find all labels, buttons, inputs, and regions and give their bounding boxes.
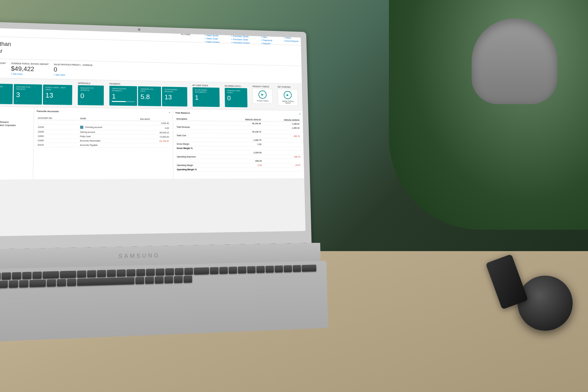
key-backspace[interactable] bbox=[43, 271, 59, 279]
trial-v2-gross-margin bbox=[262, 142, 301, 147]
key-fn[interactable] bbox=[57, 279, 66, 286]
key-10[interactable] bbox=[2, 272, 11, 280]
key-comma[interactable] bbox=[0, 281, 8, 288]
action-sales-quote[interactable]: + Sales Quote bbox=[205, 34, 220, 37]
tile-incoming-docs[interactable]: MY INCOMING DOCUMENTS 1 › bbox=[192, 87, 220, 107]
key-arrow-l[interactable] bbox=[155, 276, 163, 284]
key-caps[interactable] bbox=[194, 267, 209, 275]
tile-unprocessed-payments[interactable]: UNPROCESSED PAYMENTS 1 bbox=[109, 86, 137, 106]
action-excel-reports[interactable]: » Excel Reports bbox=[284, 40, 299, 43]
key-alt-r[interactable] bbox=[135, 277, 144, 284]
key-s[interactable] bbox=[219, 267, 228, 274]
trial-cell-v1-1: 46,199.45 bbox=[223, 121, 262, 126]
key-o[interactable] bbox=[156, 269, 164, 276]
kpi-overdue-purch-more[interactable]: > See more bbox=[11, 73, 48, 76]
action-reports[interactable]: » Reports bbox=[261, 42, 273, 45]
key-enter[interactable] bbox=[302, 265, 316, 272]
key-a[interactable] bbox=[210, 267, 219, 274]
tile-group-payments: PAYMENTS UNPROCESSED PAYMENTS 1 bbox=[109, 83, 187, 107]
key-p[interactable] bbox=[165, 268, 174, 275]
key-13[interactable] bbox=[32, 272, 42, 279]
accounts-dropdown-icon[interactable]: ▾ bbox=[169, 111, 170, 116]
action-setup[interactable]: » Setup bbox=[284, 36, 299, 40]
key-ctrl-r[interactable] bbox=[145, 277, 154, 284]
key-bracket-r[interactable] bbox=[184, 268, 193, 275]
account-name-1: Checking account bbox=[79, 125, 139, 130]
video-tile-get-started[interactable]: ▶ Replay Getting Started bbox=[277, 89, 298, 106]
video-play-btn-1: ▶ bbox=[258, 90, 267, 99]
key-j[interactable] bbox=[266, 266, 274, 273]
key-f[interactable] bbox=[238, 266, 247, 273]
key-g[interactable] bbox=[247, 266, 256, 273]
key-bracket-l[interactable] bbox=[175, 268, 183, 275]
action-purchase-quote[interactable]: + Purchase Quote bbox=[231, 35, 250, 38]
action-purchase-invoice[interactable]: + Purchase Invoice bbox=[231, 41, 250, 44]
key-w[interactable] bbox=[87, 270, 96, 277]
tile-requests-approve[interactable]: REQUESTS TO APPROVE 0 › bbox=[78, 85, 104, 105]
tile-ongoing-pur[interactable]: ONGOING PUR... INVOICES 3 › bbox=[13, 84, 42, 105]
account-balance-4: -51,750.97 bbox=[139, 139, 170, 143]
tile-purch-invoi[interactable]: PURCH. INVOI... NEXT WEEK 13 › bbox=[43, 85, 72, 105]
key-q[interactable] bbox=[77, 270, 86, 278]
key-t[interactable] bbox=[117, 270, 126, 277]
key-tab[interactable] bbox=[60, 271, 76, 278]
key-arrow-u[interactable] bbox=[164, 276, 173, 283]
trial-row-op-margin: Operating Margin -2.03 -24.97 bbox=[175, 163, 302, 168]
trial-cell-v1-2: 45,138.70 bbox=[223, 130, 262, 134]
kpi-sales-predict: SALES INVOICES PREDICT... OVERDUE 0 > Se… bbox=[54, 63, 92, 76]
trial-cell-desc-4 bbox=[175, 150, 223, 155]
action-payments[interactable]: » Payments bbox=[261, 39, 272, 42]
kpi-sales-predict-more[interactable]: > See more bbox=[54, 74, 92, 77]
key-l[interactable] bbox=[284, 265, 292, 272]
key-semi[interactable] bbox=[293, 265, 301, 272]
video-play-btn-2: ▶ bbox=[284, 91, 292, 99]
tile-outstanding-invoices[interactable]: OUTSTANDING INVOICES 13 › bbox=[162, 87, 187, 107]
key-y[interactable] bbox=[126, 269, 135, 277]
key-space[interactable] bbox=[77, 277, 134, 286]
action-sales-order[interactable]: + Sales Order bbox=[205, 37, 220, 40]
key-12[interactable] bbox=[22, 272, 32, 279]
kpi-overdue-sales-more[interactable]: > See more bbox=[0, 72, 6, 75]
trial-balance-section: Trial Balance ▾ Description 03/01/19..03… bbox=[173, 109, 304, 179]
key-period[interactable] bbox=[9, 280, 18, 288]
key-slash[interactable] bbox=[19, 280, 28, 287]
video-tile-products[interactable]: ▶ Product Videos bbox=[252, 88, 273, 104]
key-ctrl-l[interactable] bbox=[47, 279, 56, 287]
tile-purchase-orders[interactable]: PURCHASE ORDERS 4 › bbox=[0, 84, 13, 104]
trial-v1-total-rev bbox=[223, 125, 262, 130]
actions-label: ACTIONS bbox=[181, 33, 190, 43]
trial-desc-total-cost: Total Cost bbox=[175, 133, 223, 138]
tile-requests-approve-chevron: › bbox=[80, 100, 101, 104]
trial-desc-gross-margin-pct: Gross Margin % bbox=[175, 146, 223, 150]
key-shift-r[interactable] bbox=[29, 280, 46, 287]
tile-unprocessed-progress-bar bbox=[112, 101, 135, 102]
tile-outstanding-invoices-title: OUTSTANDING INVOICES bbox=[164, 89, 185, 93]
trial-cell-v1-5: -939.25 bbox=[224, 159, 263, 163]
action-new[interactable]: » New bbox=[261, 36, 272, 39]
tile-pending-user-tasks[interactable]: PENDING USER TASKS 0 › bbox=[225, 88, 248, 107]
app-ui: counts Chart of Accounts ACTIONS + Sales… bbox=[0, 27, 306, 237]
account-name-2: Saving account bbox=[79, 130, 139, 134]
tile-avg-col-days[interactable]: AVERAGE COL... DAYS 5.8 bbox=[138, 86, 161, 106]
key-arrow-r[interactable] bbox=[183, 276, 192, 283]
key-k[interactable] bbox=[275, 266, 283, 273]
trial-cell-v1-4: -2,000.00 bbox=[223, 150, 263, 155]
accounts-table: ACCOUNT NO. NAME BALANCE 1,635.40 bbox=[36, 116, 170, 148]
key-arrow-d[interactable] bbox=[174, 276, 183, 283]
trial-balance-dropdown[interactable]: ▾ bbox=[299, 113, 300, 117]
key-9[interactable] bbox=[0, 273, 1, 280]
key-d[interactable] bbox=[229, 267, 237, 274]
key-r[interactable] bbox=[107, 270, 116, 277]
key-e[interactable] bbox=[97, 270, 106, 277]
key-alt-l[interactable] bbox=[67, 279, 76, 286]
account-no-5: 20100 bbox=[36, 143, 79, 147]
key-i[interactable] bbox=[146, 269, 155, 276]
action-purchase-order[interactable]: + Purchase Order bbox=[231, 38, 250, 41]
key-u[interactable] bbox=[136, 269, 145, 276]
key-h[interactable] bbox=[256, 266, 265, 273]
tile-group-incoming-label: INCOMING DOCU... bbox=[225, 85, 247, 87]
key-11[interactable] bbox=[12, 272, 21, 279]
tile-incoming-docs-title: MY INCOMING DOCUMENTS bbox=[195, 89, 217, 94]
accounts-title: Favorite Accounts bbox=[37, 110, 59, 113]
action-sales-invoice[interactable]: + Sales Invoice bbox=[205, 40, 220, 43]
